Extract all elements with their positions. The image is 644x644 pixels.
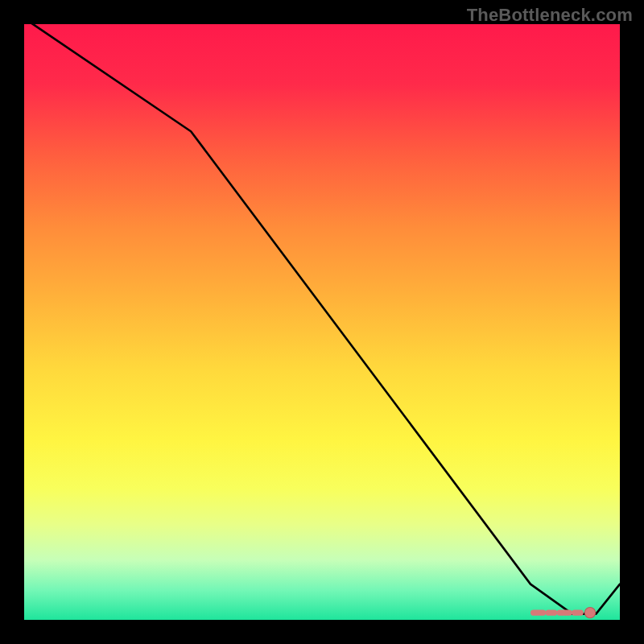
chart-stage: TheBottleneck.com [0,0,644,644]
marker-end-dot [584,607,595,617]
watermark-text: TheBottleneck.com [467,5,633,26]
chart-svg [24,24,620,620]
plot-area [24,24,620,620]
curve-path [24,19,620,614]
